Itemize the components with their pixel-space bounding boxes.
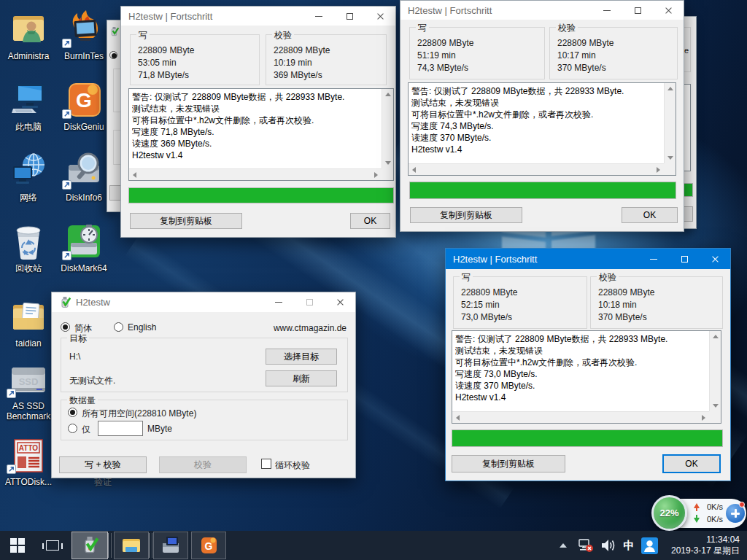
computer-icon — [160, 536, 181, 555]
maximize-icon — [635, 7, 641, 14]
taskbar-burnintest-button[interactable] — [153, 532, 188, 559]
taskbar-clock[interactable]: 11:34:04 2019-3-17 星期日 — [670, 531, 743, 560]
volume-icon[interactable] — [598, 531, 617, 560]
button-fragment — [109, 185, 121, 201]
hidden-window-edge-right[interactable]: e — [682, 16, 697, 229]
minimize-button[interactable] — [303, 7, 334, 26]
amount-input[interactable] — [98, 421, 143, 436]
horizontal-scrollbar[interactable] — [129, 168, 382, 180]
titlebar[interactable]: H2testw — [52, 292, 355, 312]
choose-target-button[interactable]: 选择目标 — [266, 349, 337, 365]
scroll-right-icon[interactable] — [702, 415, 705, 421]
desktop-icon-administrator[interactable]: Administra — [1, 9, 56, 61]
log-line: H2testw v1.4 — [411, 144, 661, 155]
verify-size: 228809 MByte — [598, 287, 722, 299]
maximize-button[interactable] — [294, 292, 325, 312]
write-verify-button[interactable]: 写 + 校验 — [59, 456, 147, 473]
maximize-button[interactable] — [334, 7, 365, 26]
desktop-icon-as-ssd[interactable]: SSD AS SSD Benchmark — [1, 359, 56, 421]
net-speed-widget[interactable]: 22% 0K/s 0K/s — [651, 495, 747, 532]
task-view-button[interactable] — [35, 532, 70, 559]
ime-indicator[interactable]: 中 — [619, 531, 639, 560]
close-button[interactable] — [365, 7, 395, 26]
desktop-icon-this-pc[interactable]: 此电脑 — [1, 79, 56, 132]
ok-button[interactable]: OK — [662, 454, 721, 473]
close-button[interactable] — [325, 292, 355, 312]
progress-window-1: H2testw | Fortschritt 写 228809 MByte 53:… — [120, 6, 396, 238]
minimize-button[interactable] — [263, 292, 294, 312]
copy-clipboard-button[interactable]: 复制到剪贴板 — [130, 213, 242, 229]
maximize-button[interactable] — [622, 1, 653, 20]
scroll-down-icon[interactable] — [713, 404, 719, 408]
minimize-button[interactable] — [592, 1, 622, 20]
taskbar-diskgenius-button[interactable]: G — [191, 532, 226, 559]
all-space-radio[interactable] — [68, 408, 77, 417]
ok-button[interactable]: OK — [350, 213, 390, 229]
verify-speed: 370 MByte/s — [598, 311, 722, 324]
scroll-left-icon[interactable] — [412, 167, 416, 173]
desktop-icon-diskmark[interactable]: DiskMark64 — [56, 221, 112, 273]
loop-verify-checkbox[interactable] — [261, 459, 271, 469]
desktop-icon-network[interactable]: 网络 — [1, 150, 56, 203]
minimize-icon — [603, 10, 611, 11]
desktop-icon-taidian[interactable]: taidian — [1, 296, 56, 349]
close-button[interactable] — [700, 249, 730, 269]
desktop-icon-recycle-bin[interactable]: 回收站 — [1, 221, 56, 273]
scroll-down-icon[interactable] — [667, 156, 673, 160]
maximize-icon — [306, 299, 313, 306]
write-size: 228809 MByte — [138, 44, 259, 57]
desktop-icon-burnintest[interactable]: BurnInTes — [56, 9, 112, 61]
language-english-radio[interactable] — [114, 322, 123, 332]
vertical-scrollbar[interactable] — [709, 331, 721, 411]
titlebar[interactable]: H2testw | Fortschritt — [446, 249, 730, 269]
scroll-up-icon[interactable] — [385, 93, 391, 96]
desktop-icon-diskgenius[interactable]: G DiskGeniu — [56, 79, 112, 132]
taskbar-h2testw-button[interactable] — [71, 532, 108, 559]
scroll-right-icon[interactable] — [657, 167, 660, 173]
diskgenius-icon: G — [199, 536, 218, 555]
log-line: 写速度 73,0 MByte/s. — [455, 368, 706, 380]
refresh-button[interactable]: 刷新 — [266, 370, 337, 386]
copy-clipboard-button[interactable]: 复制到剪贴板 — [410, 207, 522, 223]
result-log[interactable]: 警告: 仅测试了 228809 MByte数据，共 228933 MByte. … — [408, 82, 676, 176]
close-button[interactable] — [653, 1, 684, 20]
desktop-icon-atto[interactable]: ATTO ATTODisk... — [1, 435, 56, 487]
minimize-button[interactable] — [638, 249, 669, 269]
close-icon — [711, 255, 719, 263]
titlebar[interactable]: H2testw | Fortschritt — [400, 1, 684, 20]
chevron-up-icon — [560, 543, 567, 548]
vertical-scrollbar[interactable] — [664, 83, 676, 163]
verify-speed: 369 MByte/s — [274, 69, 386, 82]
mbyte-unit-label: MByte — [147, 424, 172, 434]
titlebar[interactable]: H2testw | Fortschritt — [121, 7, 395, 26]
horizontal-scrollbar[interactable] — [452, 411, 709, 423]
taskbar-explorer-button[interactable] — [114, 532, 149, 559]
result-log[interactable]: 警告: 仅测试了 228809 MByte数据，共 228933 MByte. … — [452, 330, 721, 424]
scroll-up-icon[interactable] — [713, 335, 719, 338]
vertical-scrollbar[interactable] — [382, 89, 393, 168]
start-button[interactable] — [0, 532, 35, 559]
only-amount-radio[interactable] — [68, 424, 77, 433]
desktop-icon-diskinfo[interactable]: DiskInfo6 — [56, 150, 112, 203]
result-log[interactable]: 警告: 仅测试了 228809 MByte数据，共 228933 MByte. … — [128, 88, 394, 181]
scroll-down-icon[interactable] — [385, 161, 391, 165]
upload-speed: 0K/s — [707, 502, 723, 511]
ok-button[interactable]: OK — [622, 207, 678, 223]
maximize-button[interactable] — [669, 249, 700, 269]
as-ssd-icon: SSD — [1, 359, 56, 398]
copy-clipboard-button[interactable]: 复制到剪贴板 — [452, 455, 565, 472]
horizontal-scrollbar[interactable] — [409, 163, 664, 175]
scroll-left-icon[interactable] — [456, 415, 460, 421]
hidden-icons-button[interactable] — [556, 531, 570, 560]
scroll-up-icon[interactable] — [667, 87, 673, 90]
language-simplified-radio[interactable] — [61, 322, 70, 332]
hidden-window-edge-left[interactable] — [107, 20, 120, 212]
verify-button[interactable]: 校验 — [159, 456, 247, 473]
messenger-icon[interactable] — [639, 531, 659, 560]
network-status-icon[interactable] — [576, 531, 595, 560]
scroll-right-icon[interactable] — [374, 172, 378, 178]
optimization-ball[interactable]: 22% — [651, 495, 687, 531]
scroll-left-icon[interactable] — [133, 172, 136, 178]
log-line: 读速度 370 MByte/s. — [455, 380, 706, 392]
log-line: 警告: 仅测试了 228809 MByte数据，共 228933 MByte. — [411, 85, 661, 97]
